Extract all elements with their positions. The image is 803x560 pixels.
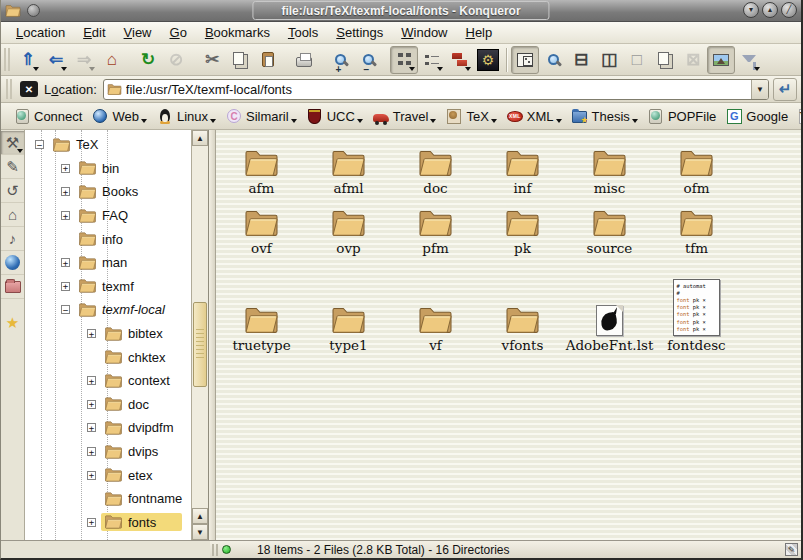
file-item-type1[interactable]: type1 (305, 256, 392, 353)
konqueror-gear-view-button[interactable]: ⚙ (474, 46, 502, 74)
sidebar-home-folder-button[interactable]: ⌂ (1, 203, 24, 227)
menu-view[interactable]: View (115, 23, 161, 42)
maximize-button[interactable]: ▴ (762, 2, 778, 18)
bookmark-google[interactable]: GGoogle (721, 106, 793, 126)
expand-plus-icon[interactable]: + (87, 447, 96, 456)
statusbar-corner-icon[interactable]: ✎ (785, 543, 798, 556)
tree-item-info[interactable]: +info (25, 227, 208, 251)
reload-button[interactable]: ↻ (134, 46, 162, 74)
tree-scrollbar[interactable]: ▲ ▲ ▼ (191, 130, 208, 540)
file-item-truetype[interactable]: truetype (218, 256, 305, 353)
tree-item-dvipdfm[interactable]: +dvipdfm (25, 416, 208, 440)
file-item-ovf[interactable]: ovf (218, 196, 305, 256)
file-item-AdobeFnt.lst[interactable]: AdobeFnt.lst (566, 256, 653, 353)
file-item-afml[interactable]: afml (305, 134, 392, 196)
expand-plus-icon[interactable]: + (61, 164, 70, 173)
scroll-up-button[interactable]: ▲ (192, 130, 208, 146)
menu-go[interactable]: Go (161, 23, 196, 42)
zoom-out-button[interactable] (354, 46, 382, 74)
find-file-button[interactable] (539, 46, 567, 74)
tree-item-FAQ[interactable]: +FAQ (25, 204, 208, 228)
tree-item-etex[interactable]: +etex (25, 463, 208, 487)
file-item-source[interactable]: source (566, 196, 653, 256)
tree-item-man[interactable]: +man (25, 251, 208, 275)
tree-item-Books[interactable]: +Books (25, 180, 208, 204)
new-tab-button[interactable] (651, 46, 679, 74)
bookmark-thesis[interactable]: Thesis (567, 106, 643, 126)
scroll-up-button-2[interactable]: ▲ (192, 508, 208, 524)
filter-button[interactable] (735, 46, 763, 74)
expand-plus-icon[interactable]: + (87, 376, 96, 385)
tree-item-bibtex[interactable]: +bibtex (25, 322, 208, 346)
file-item-afm[interactable]: afm (218, 134, 305, 196)
tree-item-context[interactable]: +context (25, 369, 208, 393)
file-item-vfonts[interactable]: vfonts (479, 256, 566, 353)
titlebar[interactable]: file:/usr/TeX/texmf-local/fonts - Konque… (1, 0, 801, 22)
file-item-inf[interactable]: inf (479, 134, 566, 196)
paste-button[interactable] (254, 46, 282, 74)
menu-window[interactable]: Window (392, 23, 456, 42)
file-icon-view[interactable]: afmafmldocinfmiscofmovfovppfmpksourcetfm… (216, 130, 801, 540)
file-item-vf[interactable]: vf (392, 256, 479, 353)
file-item-ofm[interactable]: ofm (653, 134, 740, 196)
tree-item-doc[interactable]: +doc (25, 393, 208, 417)
file-item-pk[interactable]: pk (479, 196, 566, 256)
sidebar-bookmarks-button[interactable]: ★ (1, 311, 24, 335)
show-navigation-panel-button[interactable] (511, 46, 539, 74)
multicolumn-view-mode-button[interactable] (418, 46, 446, 74)
bookmark-travel[interactable]: Travel (368, 106, 442, 126)
menu-bookmarks[interactable]: Bookmarks (196, 23, 279, 42)
image-preview-button[interactable] (707, 46, 735, 74)
copy-button[interactable] (226, 46, 254, 74)
toolbar-grip[interactable] (6, 79, 13, 99)
sidebar-history-button[interactable]: ↺ (1, 179, 24, 203)
toolbar-grip[interactable] (4, 48, 11, 71)
tree-item-texmf-local[interactable]: −texmf-local (25, 298, 208, 322)
print-button[interactable] (290, 46, 318, 74)
close-active-view-button[interactable]: □ (623, 46, 651, 74)
split-view-top-bottom-button[interactable]: ⊟ (567, 46, 595, 74)
detailed-list-view-mode-button[interactable] (446, 46, 474, 74)
bookmark-tex[interactable]: TeX (441, 106, 501, 126)
sidebar-network-button[interactable] (1, 251, 24, 275)
expand-plus-icon[interactable]: + (61, 211, 70, 220)
up-button[interactable]: ⇑ (14, 46, 42, 74)
menu-location[interactable]: Location (7, 23, 74, 42)
expand-plus-icon[interactable]: + (61, 187, 70, 196)
bookmark-popfile[interactable]: POPFile (643, 106, 721, 126)
location-dropdown-button[interactable]: ▼ (751, 80, 768, 99)
bookmark-silmaril[interactable]: CSilmaril (221, 106, 302, 126)
sidebar-annotate-button[interactable]: ✎ (1, 155, 24, 179)
statusbar-grip[interactable] (212, 544, 218, 556)
go-button[interactable]: ↵ (773, 78, 797, 101)
bookmark-ucc[interactable]: UCC (302, 106, 368, 126)
menu-edit[interactable]: Edit (74, 23, 114, 42)
tree-item-texmf[interactable]: +texmf (25, 275, 208, 299)
close-button[interactable]: ╱ (781, 2, 797, 18)
tree-item-chktex[interactable]: +chktex (25, 345, 208, 369)
expand-plus-icon[interactable]: + (87, 471, 96, 480)
back-button[interactable]: ⇐ (42, 46, 70, 74)
sidebar-config-button[interactable]: ⚒ (1, 131, 24, 155)
clear-location-button[interactable]: ✕ (20, 81, 38, 97)
location-combobox[interactable]: ▼ (103, 79, 769, 100)
home-button[interactable]: ⌂ (98, 46, 126, 74)
bookmark-connect[interactable]: Connect (9, 106, 87, 126)
tree-item-TeX[interactable]: −TeX (25, 133, 208, 157)
scrollbar-thumb[interactable] (193, 302, 207, 387)
menu-settings[interactable]: Settings (327, 23, 392, 42)
bookmark-wikipedia[interactable]: WWikipedia (793, 106, 803, 126)
sidebar-services-button[interactable]: ♪ (1, 227, 24, 251)
tree-item-fonts[interactable]: +fonts (25, 511, 208, 535)
file-item-doc[interactable]: doc (392, 134, 479, 196)
expand-plus-icon[interactable]: + (87, 518, 96, 527)
tree-item-bin[interactable]: +bin (25, 157, 208, 181)
menu-help[interactable]: Help (457, 23, 502, 42)
cut-button[interactable]: ✂ (198, 46, 226, 74)
menu-tools[interactable]: Tools (279, 23, 327, 42)
bookmark-linux[interactable]: Linux (152, 106, 221, 126)
expand-plus-icon[interactable]: + (61, 282, 70, 291)
zoom-in-button[interactable] (326, 46, 354, 74)
window-menu-button[interactable] (27, 4, 40, 17)
bookmark-xml[interactable]: XMLXML (502, 106, 567, 126)
